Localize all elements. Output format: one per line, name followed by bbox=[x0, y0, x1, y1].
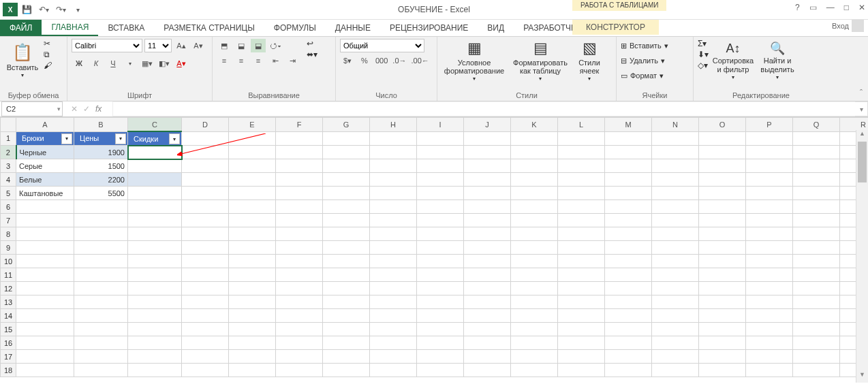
cell-D15[interactable] bbox=[182, 323, 229, 336]
cell-B1[interactable]: Цены▾ bbox=[74, 131, 128, 146]
cell-B8[interactable] bbox=[74, 227, 128, 241]
cell-P5[interactable] bbox=[746, 187, 793, 200]
cell-F14[interactable] bbox=[276, 309, 323, 323]
cell-F11[interactable] bbox=[276, 268, 323, 282]
cell-F5[interactable] bbox=[276, 187, 323, 200]
ribbon-display-icon[interactable]: ▭ bbox=[809, 3, 817, 12]
col-header-J[interactable]: J bbox=[464, 118, 511, 132]
cell-M12[interactable] bbox=[605, 282, 652, 295]
row-header-17[interactable]: 17 bbox=[1, 350, 16, 364]
cell-P13[interactable] bbox=[746, 295, 793, 309]
cell-A6[interactable] bbox=[16, 200, 74, 214]
cell-F16[interactable] bbox=[276, 336, 323, 350]
row-header-10[interactable]: 10 bbox=[1, 255, 16, 268]
cell-H13[interactable] bbox=[370, 295, 417, 309]
cell-Q15[interactable] bbox=[793, 323, 840, 336]
autosum-icon[interactable]: Σ▾ bbox=[698, 39, 709, 48]
col-header-L[interactable]: L bbox=[558, 118, 605, 132]
cell-L8[interactable] bbox=[558, 227, 605, 241]
cell-J15[interactable] bbox=[464, 323, 511, 336]
cell-J18[interactable] bbox=[464, 364, 511, 377]
cell-Q16[interactable] bbox=[793, 336, 840, 350]
cell-M15[interactable] bbox=[605, 323, 652, 336]
cell-P7[interactable] bbox=[746, 214, 793, 227]
cell-P8[interactable] bbox=[746, 227, 793, 241]
cell-G4[interactable] bbox=[323, 173, 370, 187]
cell-D9[interactable] bbox=[182, 241, 229, 255]
cell-O11[interactable] bbox=[699, 268, 746, 282]
cell-P17[interactable] bbox=[746, 350, 793, 364]
cell-M17[interactable] bbox=[605, 350, 652, 364]
cell-F10[interactable] bbox=[276, 255, 323, 268]
cell-O7[interactable] bbox=[699, 214, 746, 227]
cell-H11[interactable] bbox=[370, 268, 417, 282]
tab-design[interactable]: КОНСТРУКТОР bbox=[572, 20, 659, 35]
cell-G14[interactable] bbox=[323, 309, 370, 323]
cell-J17[interactable] bbox=[464, 350, 511, 364]
row-header-9[interactable]: 9 bbox=[1, 241, 16, 255]
cell-K14[interactable] bbox=[511, 309, 558, 323]
cell-O5[interactable] bbox=[699, 187, 746, 200]
cell-H9[interactable] bbox=[370, 241, 417, 255]
close-icon[interactable]: ✕ bbox=[858, 3, 865, 12]
cell-G17[interactable] bbox=[323, 350, 370, 364]
cell-H16[interactable] bbox=[370, 336, 417, 350]
cell-I11[interactable] bbox=[417, 268, 464, 282]
cell-A2[interactable]: Черные bbox=[16, 146, 74, 159]
cell-E5[interactable] bbox=[229, 187, 276, 200]
row-header-6[interactable]: 6 bbox=[1, 200, 16, 214]
cell-M8[interactable] bbox=[605, 227, 652, 241]
cell-I13[interactable] bbox=[417, 295, 464, 309]
cell-C15[interactable] bbox=[128, 323, 182, 336]
cell-C6[interactable] bbox=[128, 200, 182, 214]
comma-icon[interactable]: 000 bbox=[374, 54, 389, 67]
insert-cells-button[interactable]: ⊞Вставить ▾ bbox=[621, 39, 689, 52]
cell-F2[interactable] bbox=[276, 146, 323, 159]
grow-font-icon[interactable]: A▴ bbox=[174, 39, 189, 52]
cell-styles-button[interactable]: ▧ Стили ячеек▾ bbox=[574, 39, 605, 84]
cell-N4[interactable] bbox=[652, 173, 699, 187]
cell-O13[interactable] bbox=[699, 295, 746, 309]
cell-M14[interactable] bbox=[605, 309, 652, 323]
cell-M7[interactable] bbox=[605, 214, 652, 227]
cell-G5[interactable] bbox=[323, 187, 370, 200]
cell-L17[interactable] bbox=[558, 350, 605, 364]
cell-I4[interactable] bbox=[417, 173, 464, 187]
cell-F13[interactable] bbox=[276, 295, 323, 309]
cell-Q6[interactable] bbox=[793, 200, 840, 214]
cell-C5[interactable] bbox=[128, 187, 182, 200]
cell-A7[interactable] bbox=[16, 214, 74, 227]
cell-N3[interactable] bbox=[652, 159, 699, 173]
undo-icon[interactable]: ↶▾ bbox=[35, 2, 52, 17]
cell-D7[interactable] bbox=[182, 214, 229, 227]
align-left-icon[interactable]: ≡ bbox=[217, 54, 232, 67]
cell-D16[interactable] bbox=[182, 336, 229, 350]
cell-Q18[interactable] bbox=[793, 364, 840, 377]
cell-I12[interactable] bbox=[417, 282, 464, 295]
cell-I18[interactable] bbox=[417, 364, 464, 377]
cell-I8[interactable] bbox=[417, 227, 464, 241]
cell-C2[interactable] bbox=[128, 146, 182, 159]
cell-B10[interactable] bbox=[74, 255, 128, 268]
cell-K4[interactable] bbox=[511, 173, 558, 187]
redo-icon[interactable]: ↷▾ bbox=[52, 2, 69, 17]
cell-C3[interactable] bbox=[128, 159, 182, 173]
scroll-down-icon[interactable]: ▼ bbox=[856, 371, 868, 383]
cell-B15[interactable] bbox=[74, 323, 128, 336]
cell-O14[interactable] bbox=[699, 309, 746, 323]
cell-G11[interactable] bbox=[323, 268, 370, 282]
cell-P10[interactable] bbox=[746, 255, 793, 268]
cell-O15[interactable] bbox=[699, 323, 746, 336]
cell-L3[interactable] bbox=[558, 159, 605, 173]
cell-I9[interactable] bbox=[417, 241, 464, 255]
cell-N13[interactable] bbox=[652, 295, 699, 309]
cell-C12[interactable] bbox=[128, 282, 182, 295]
cell-I16[interactable] bbox=[417, 336, 464, 350]
cell-B7[interactable] bbox=[74, 214, 128, 227]
find-select-button[interactable]: 🔍 Найти и выделить▾ bbox=[758, 39, 797, 84]
cell-J11[interactable] bbox=[464, 268, 511, 282]
accounting-icon[interactable]: $▾ bbox=[340, 54, 355, 67]
cell-O4[interactable] bbox=[699, 173, 746, 187]
cell-G9[interactable] bbox=[323, 241, 370, 255]
cell-E3[interactable] bbox=[229, 159, 276, 173]
